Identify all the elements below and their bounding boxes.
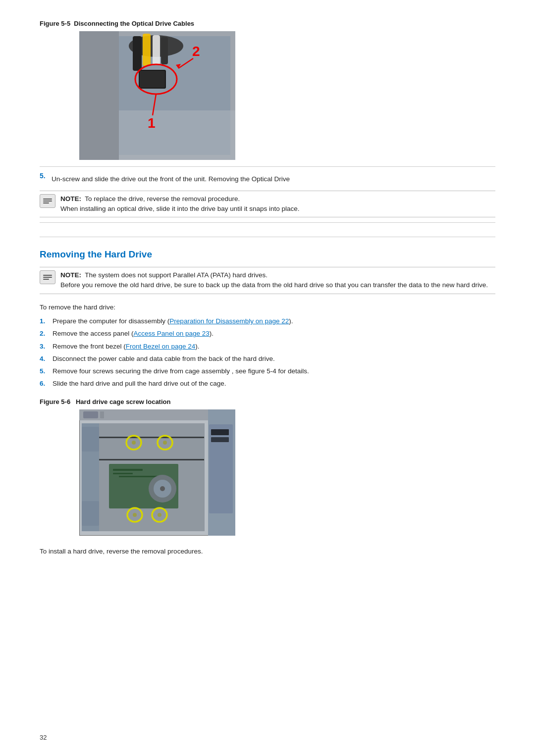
list-item: 3. Remove the front bezel (Front Bezel o…: [40, 342, 495, 352]
figure-5-6-label: Figure 5-6 Hard drive cage screw locatio…: [40, 398, 495, 405]
svg-rect-21: [83, 411, 98, 418]
svg-rect-31: [119, 476, 159, 477]
svg-rect-6: [133, 36, 142, 71]
svg-rect-44: [82, 501, 99, 526]
figure-5-6-section: Figure 5-6 Hard drive cage screw locatio…: [40, 398, 495, 537]
note-icon-2: [40, 270, 55, 284]
note-1-content: NOTE: To replace the drive, reverse the …: [60, 194, 495, 214]
link-access-panel[interactable]: Access Panel on page 23: [134, 330, 210, 337]
divider-1: [40, 166, 495, 167]
note-2-content: NOTE: The system does not support Parall…: [60, 270, 495, 291]
list-item: 4. Disconnect the power cable and data c…: [40, 354, 495, 364]
svg-rect-4: [79, 31, 119, 160]
closing-text: To install a hard drive, reverse the rem…: [40, 548, 203, 555]
list-item: 2. Remove the access panel (Access Panel…: [40, 329, 495, 339]
section-title: Removing the Hard Drive: [40, 249, 495, 262]
note-box-1: NOTE: To replace the drive, reverse the …: [40, 191, 495, 218]
link-preparation[interactable]: Preparation for Disassembly on page 22: [169, 317, 289, 325]
svg-rect-7: [143, 34, 151, 66]
figure-5-5-section: Figure 5-5 Disconnecting the Optical Dri…: [40, 20, 495, 161]
steps-list: 1. Prepare the computer for disassembly …: [40, 316, 495, 389]
list-item: 1. Prepare the computer for disassembly …: [40, 316, 495, 326]
list-item: 6. Slide the hard drive and pull the har…: [40, 379, 495, 389]
svg-point-36: [132, 441, 136, 445]
svg-text:1: 1: [148, 115, 156, 131]
figure-5-5-label: Figure 5-5 Disconnecting the Optical Dri…: [40, 20, 495, 27]
svg-point-40: [133, 513, 137, 517]
svg-rect-26: [99, 437, 204, 438]
figure-5-6-image: [79, 409, 235, 537]
svg-rect-29: [113, 469, 143, 471]
intro-text: To remove the hard drive:: [40, 303, 115, 311]
svg-rect-30: [113, 473, 133, 474]
section-title-area: Removing the Hard Drive: [40, 237, 495, 262]
svg-point-42: [158, 513, 161, 517]
divider-3: [40, 237, 495, 237]
svg-rect-22: [100, 411, 104, 418]
note-icon-1: [40, 194, 55, 208]
list-item: 5. Remove four screws securing the drive…: [40, 366, 495, 376]
svg-rect-27: [99, 459, 204, 460]
svg-rect-43: [82, 427, 99, 452]
note-box-2: NOTE: The system does not support Parall…: [40, 267, 495, 294]
svg-rect-9: [161, 37, 168, 64]
svg-rect-8: [153, 35, 160, 65]
figure-5-5-image: 2 1: [79, 31, 235, 161]
page-number: 32: [40, 734, 47, 741]
svg-text:2: 2: [192, 44, 200, 59]
svg-rect-46: [211, 429, 229, 435]
link-front-bezel[interactable]: Front Bezel on page 24: [126, 343, 195, 350]
svg-rect-47: [211, 437, 229, 442]
divider-2: [40, 222, 495, 223]
svg-point-34: [160, 486, 165, 491]
step-5-item: 5. Un-screw and slide the drive out the …: [40, 172, 495, 187]
svg-point-38: [163, 441, 167, 445]
svg-rect-11: [140, 71, 165, 88]
